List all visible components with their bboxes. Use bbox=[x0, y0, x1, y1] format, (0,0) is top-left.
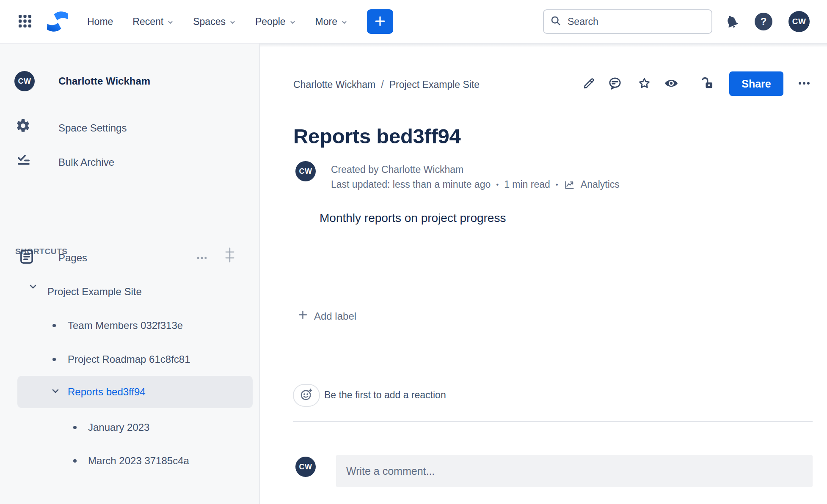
nav-recent[interactable]: Recent bbox=[132, 16, 174, 27]
pages-header-label: Pages bbox=[58, 252, 87, 264]
add-label-text: Add label bbox=[314, 310, 356, 322]
add-page-button[interactable] bbox=[223, 252, 236, 264]
sidebar-item-bulk-archive[interactable]: Bulk Archive bbox=[0, 152, 254, 173]
bell-icon bbox=[722, 12, 742, 32]
space-sidebar: CW Charlotte Wickham Space Settings Bulk… bbox=[0, 44, 260, 504]
tree-item-team-members[interactable]: Team Members 032f313e bbox=[0, 315, 254, 336]
search-input[interactable] bbox=[567, 16, 706, 28]
comment-avatar: CW bbox=[295, 457, 316, 477]
chevron-down-icon bbox=[50, 386, 61, 398]
tree-item-reports-selected[interactable]: Reports bed3ff94 bbox=[17, 376, 253, 408]
restrictions-button[interactable] bbox=[700, 77, 715, 92]
nav-spaces-label: Spaces bbox=[193, 16, 226, 27]
nav-people-label: People bbox=[255, 16, 286, 27]
byline-avatar-initials: CW bbox=[299, 167, 312, 176]
tree-item-january-2023[interactable]: January 2023 bbox=[0, 417, 254, 438]
space-name: Charlotte Wickham bbox=[58, 75, 150, 87]
chevron-down-icon bbox=[341, 16, 347, 27]
plus-icon bbox=[374, 15, 386, 29]
breadcrumb-item[interactable]: Project Example Site bbox=[389, 79, 480, 90]
search-icon bbox=[550, 15, 562, 28]
page-title: Reports bed3ff94 bbox=[293, 124, 460, 148]
favorite-button[interactable] bbox=[637, 77, 652, 92]
breadcrumb-separator: / bbox=[375, 79, 389, 90]
bullet-icon bbox=[52, 324, 56, 327]
byline-read-time: 1 min read bbox=[504, 177, 550, 192]
space-avatar-initials: CW bbox=[18, 77, 31, 86]
nav-people[interactable]: People bbox=[255, 16, 296, 27]
tree-item-label: January 2023 bbox=[88, 422, 149, 433]
byline-created: Created by Charlotte Wickham bbox=[331, 162, 620, 177]
nav-more-label: More bbox=[315, 16, 337, 27]
bullet-icon bbox=[73, 426, 77, 429]
profile-avatar-initials: CW bbox=[792, 17, 806, 26]
tree-item-project-example-site[interactable]: Project Example Site bbox=[0, 282, 254, 302]
tree-item-label: Project Example Site bbox=[47, 286, 142, 298]
bulk-archive-label: Bulk Archive bbox=[58, 156, 114, 168]
nav-recent-label: Recent bbox=[132, 16, 163, 27]
add-reaction-button[interactable] bbox=[293, 384, 320, 407]
help-button[interactable]: ? bbox=[755, 13, 772, 30]
tree-item-label: March 2023 37185c4a bbox=[88, 455, 189, 467]
top-navigation-bar: Home Recent Spaces People More bbox=[0, 0, 827, 44]
sidebar-item-space-settings[interactable]: Space Settings bbox=[0, 118, 254, 138]
reaction-prompt: Be the first to add a reaction bbox=[324, 389, 446, 401]
byline-updated[interactable]: Last updated: less than a minute ago bbox=[331, 177, 491, 192]
tree-item-label: Project Roadmap 61c8fc81 bbox=[68, 353, 190, 365]
primary-nav: Home Recent Spaces People More bbox=[87, 16, 347, 27]
comment-avatar-initials: CW bbox=[299, 463, 312, 471]
tree-item-march-2023[interactable]: March 2023 37185c4a bbox=[0, 451, 254, 471]
profile-avatar[interactable]: CW bbox=[788, 11, 810, 32]
search-box[interactable] bbox=[543, 9, 712, 34]
nav-more[interactable]: More bbox=[315, 16, 347, 27]
gear-icon bbox=[15, 118, 31, 134]
breadcrumb-item[interactable]: Charlotte Wickham bbox=[293, 79, 375, 90]
share-button[interactable]: Share bbox=[729, 71, 783, 96]
pencil-icon bbox=[582, 77, 596, 92]
bullet-icon bbox=[73, 459, 77, 463]
comments-divider bbox=[293, 421, 813, 422]
ellipsis-icon bbox=[797, 76, 811, 92]
add-label-button[interactable]: Add label bbox=[297, 309, 356, 323]
nav-home[interactable]: Home bbox=[87, 16, 113, 27]
analytics-link[interactable]: Analytics bbox=[581, 177, 620, 192]
eye-icon bbox=[664, 76, 679, 93]
nav-home-label: Home bbox=[87, 16, 113, 27]
bulk-archive-icon bbox=[16, 152, 31, 167]
comment-bubble-icon bbox=[608, 76, 622, 92]
page-content: Charlotte Wickham / Project Example Site bbox=[260, 44, 827, 504]
comment-button[interactable] bbox=[607, 77, 623, 92]
space-header[interactable]: CW Charlotte Wickham bbox=[0, 71, 254, 91]
nav-spaces[interactable]: Spaces bbox=[193, 16, 236, 27]
byline: Created by Charlotte Wickham Last update… bbox=[331, 162, 620, 192]
edit-button[interactable] bbox=[582, 77, 597, 92]
grid-icon bbox=[17, 13, 33, 30]
byline-avatar[interactable]: CW bbox=[295, 161, 316, 181]
chevron-down-icon bbox=[28, 282, 38, 292]
create-button[interactable] bbox=[367, 9, 393, 34]
analytics-icon bbox=[564, 179, 575, 190]
confluence-logo[interactable] bbox=[44, 10, 71, 33]
chevron-down-icon bbox=[167, 16, 174, 27]
space-avatar: CW bbox=[14, 71, 35, 91]
pages-more-button[interactable] bbox=[196, 252, 208, 264]
notifications-button[interactable] bbox=[724, 14, 739, 29]
comment-input[interactable] bbox=[336, 455, 813, 487]
unlock-icon bbox=[700, 76, 714, 92]
space-settings-label: Space Settings bbox=[58, 122, 127, 134]
smiley-add-icon bbox=[300, 388, 313, 403]
tree-item-label: Team Members 032f313e bbox=[68, 320, 183, 331]
pages-icon bbox=[18, 248, 36, 266]
confluence-app: Home Recent Spaces People More bbox=[0, 0, 827, 504]
app-switcher-button[interactable] bbox=[17, 13, 33, 30]
byline-dot: • bbox=[556, 177, 558, 192]
tree-item-project-roadmap[interactable]: Project Roadmap 61c8fc81 bbox=[0, 349, 254, 370]
sidebar-section-pages[interactable]: Pages bbox=[0, 248, 254, 268]
watch-button[interactable] bbox=[664, 77, 679, 92]
bullet-icon bbox=[52, 358, 56, 361]
plus-icon bbox=[297, 309, 309, 323]
chevron-down-icon bbox=[289, 16, 296, 27]
byline-dot: • bbox=[496, 177, 499, 192]
question-mark-icon: ? bbox=[761, 16, 767, 27]
more-actions-button[interactable] bbox=[797, 77, 812, 92]
